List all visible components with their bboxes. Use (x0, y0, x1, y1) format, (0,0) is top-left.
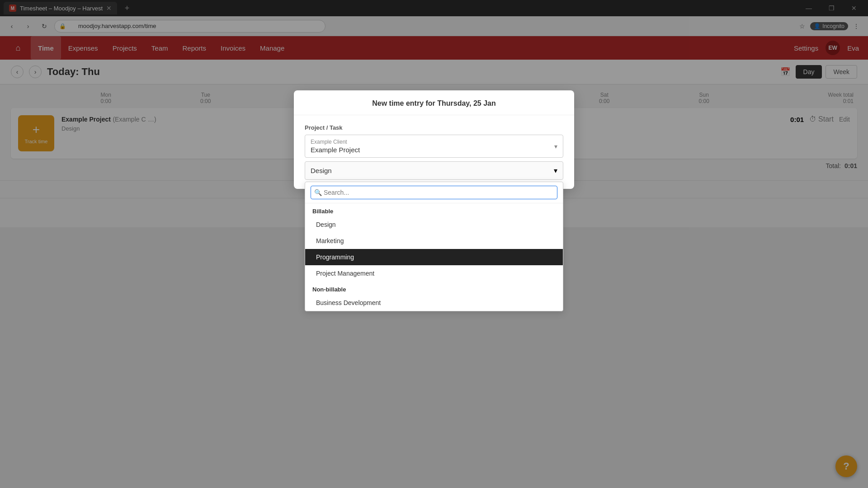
project-client: Example Client (311, 139, 557, 145)
modal-overlay: New time entry for Thursday, 25 Jan Proj… (0, 0, 868, 488)
modal-body: Project / Task Example Client Example Pr… (294, 115, 574, 189)
dropdown-item-project-management[interactable]: Project Management (305, 265, 563, 282)
non-billable-section: Non-billable Business Development (305, 282, 563, 311)
modal-title: New time entry for Thursday, 25 Jan (305, 99, 563, 108)
task-select-wrapper: Design ▾ 🔍 Billable Design Marketing Pro… (305, 161, 563, 180)
task-search-input[interactable] (311, 186, 557, 199)
non-billable-label: Non-billable (305, 282, 563, 295)
search-wrapper: 🔍 (305, 182, 563, 203)
dropdown-item-business-development[interactable]: Business Development (305, 295, 563, 311)
task-dropdown-arrow: ▾ (554, 166, 557, 175)
new-time-entry-modal: New time entry for Thursday, 25 Jan Proj… (294, 90, 574, 189)
task-selected: Design (311, 167, 332, 174)
billable-section: Billable Design Marketing Programming Pr… (305, 203, 563, 282)
billable-label: Billable (305, 203, 563, 216)
project-name: Example Project (311, 146, 557, 154)
dropdown-item-marketing[interactable]: Marketing (305, 233, 563, 249)
task-select[interactable]: Design ▾ (305, 161, 563, 180)
search-icon: 🔍 (314, 189, 322, 196)
dropdown-item-design[interactable]: Design (305, 216, 563, 233)
modal-header: New time entry for Thursday, 25 Jan (294, 90, 574, 115)
project-dropdown-arrow: ▾ (554, 143, 557, 150)
dropdown-item-programming[interactable]: Programming (305, 249, 563, 265)
project-select[interactable]: Example Client Example Project ▾ (305, 135, 563, 158)
project-task-label: Project / Task (305, 124, 563, 131)
task-dropdown: 🔍 Billable Design Marketing Programming … (305, 182, 563, 311)
